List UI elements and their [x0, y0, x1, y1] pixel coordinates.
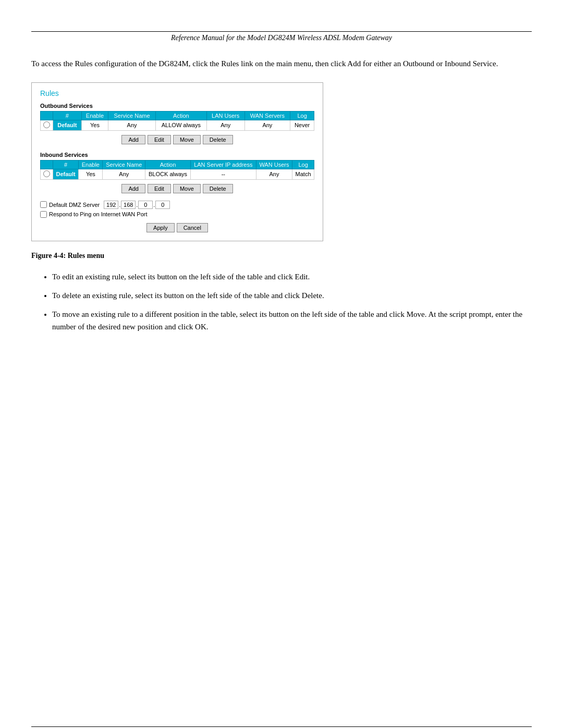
outbound-col-service: Service Name — [108, 111, 156, 120]
rules-box: Rules Outbound Services # Enable Service… — [31, 82, 323, 241]
outbound-row-num: Default — [53, 120, 82, 130]
inbound-col-num: # — [53, 160, 79, 169]
outbound-add-button[interactable]: Add — [121, 135, 145, 144]
inbound-edit-button[interactable]: Edit — [148, 184, 171, 193]
dmz-dot2: . — [136, 202, 138, 208]
bullet-item-3: To move an existing rule to a different … — [52, 308, 532, 333]
outbound-col-num: # — [53, 111, 82, 120]
inbound-row-num: Default — [53, 169, 79, 179]
ping-row: Respond to Ping on Internet WAN Port — [40, 211, 314, 218]
header-title: Reference Manual for the Model DG824M Wi… — [31, 34, 532, 42]
bullet-list: To edit an existing rule, select its but… — [52, 270, 532, 333]
dmz-dot3: . — [153, 202, 155, 208]
intro-text: To access the Rules configuration of the… — [31, 58, 532, 70]
figure-caption: Figure 4-4: Rules menu — [31, 252, 532, 260]
inbound-table: # Enable Service Name Action LAN Server … — [40, 160, 314, 180]
outbound-row-log: Never — [290, 120, 314, 130]
inbound-row-log: Match — [292, 169, 314, 179]
header-rule — [31, 31, 532, 32]
dmz-label: Default DMZ Server — [49, 202, 100, 208]
apply-button[interactable]: Apply — [146, 223, 175, 232]
inbound-section-title: Inbound Services — [40, 152, 314, 158]
dmz-ip-fields: . . . — [104, 201, 170, 209]
inbound-col-log: Log — [292, 160, 314, 169]
rules-title: Rules — [40, 89, 314, 97]
outbound-col-enable: Enable — [81, 111, 108, 120]
outbound-row-action: ALLOW always — [155, 120, 206, 130]
dmz-ip4[interactable] — [155, 201, 170, 209]
ping-label: Respond to Ping on Internet WAN Port — [49, 211, 148, 217]
bullet-item-2: To delete an existing rule, select its b… — [52, 289, 532, 302]
inbound-add-button[interactable]: Add — [121, 184, 145, 193]
outbound-button-row: Add Edit Move Delete — [40, 135, 314, 144]
cancel-button[interactable]: Cancel — [177, 223, 208, 232]
inbound-col-lan-ip: LAN Server IP address — [190, 160, 256, 169]
dmz-checkbox[interactable] — [40, 201, 47, 208]
inbound-col-action: Action — [145, 160, 191, 169]
dmz-ip1[interactable] — [104, 201, 118, 209]
inbound-row-service: Any — [103, 169, 145, 179]
outbound-row-lan: Any — [206, 120, 244, 130]
outbound-table: # Enable Service Name Action LAN Users W… — [40, 111, 314, 131]
outbound-edit-button[interactable]: Edit — [148, 135, 171, 144]
inbound-col-radio — [41, 160, 53, 169]
outbound-col-action: Action — [155, 111, 206, 120]
outbound-col-radio — [41, 111, 53, 120]
dmz-section: Default DMZ Server . . . Respond to Ping… — [40, 201, 314, 218]
inbound-row-wan: Any — [256, 169, 292, 179]
outbound-delete-button[interactable]: Delete — [203, 135, 233, 144]
outbound-row-radio[interactable] — [41, 120, 53, 130]
inbound-delete-button[interactable]: Delete — [203, 184, 233, 193]
outbound-move-button[interactable]: Move — [173, 135, 201, 144]
inbound-row: Default Yes Any BLOCK always -- Any Matc… — [41, 169, 314, 179]
outbound-col-lan: LAN Users — [206, 111, 244, 120]
outbound-row-wan: Any — [244, 120, 290, 130]
bullet-item-1: To edit an existing rule, select its but… — [52, 270, 532, 283]
inbound-row-enable: Yes — [79, 169, 103, 179]
dmz-ip2[interactable] — [121, 201, 136, 209]
dmz-row: Default DMZ Server . . . — [40, 201, 314, 209]
inbound-col-enable: Enable — [79, 160, 103, 169]
outbound-col-wan: WAN Servers — [244, 111, 290, 120]
inbound-col-wan: WAN Users — [256, 160, 292, 169]
inbound-row-action: BLOCK always — [145, 169, 191, 179]
page-container: Reference Manual for the Model DG824M Wi… — [0, 31, 563, 728]
outbound-row: Default Yes Any ALLOW always Any Any Nev… — [41, 120, 314, 130]
outbound-row-service: Any — [108, 120, 156, 130]
inbound-button-row: Add Edit Move Delete — [40, 184, 314, 193]
outbound-row-enable: Yes — [81, 120, 108, 130]
inbound-row-radio[interactable] — [41, 169, 53, 179]
dmz-dot1: . — [119, 202, 120, 208]
main-content: To access the Rules configuration of the… — [31, 58, 532, 333]
inbound-col-service: Service Name — [103, 160, 145, 169]
dmz-ip3[interactable] — [138, 201, 153, 209]
inbound-move-button[interactable]: Move — [173, 184, 201, 193]
ping-checkbox[interactable] — [40, 211, 47, 218]
inbound-row-lan-ip: -- — [190, 169, 256, 179]
outbound-col-log: Log — [290, 111, 314, 120]
outbound-section-title: Outbound Services — [40, 103, 314, 109]
apply-row: Apply Cancel — [40, 223, 314, 232]
